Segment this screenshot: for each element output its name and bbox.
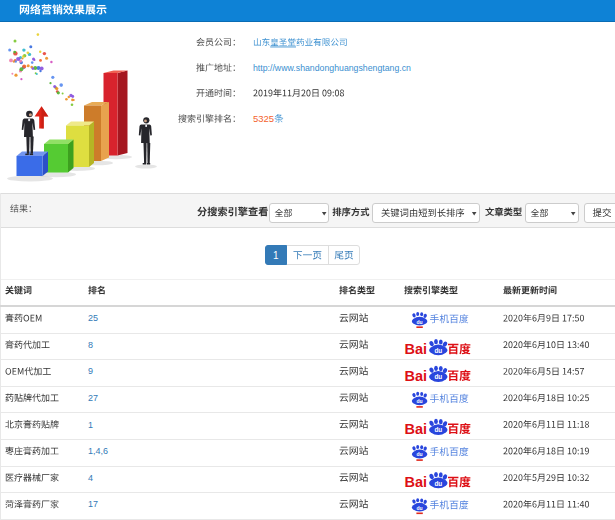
svg-text:9: 9 [88,366,93,376]
svg-text:17: 17 [88,499,98,509]
svg-text:Bai: Bai [405,474,428,490]
svg-text:1: 1 [273,250,279,261]
svg-text:25: 25 [88,313,98,323]
svg-text:du: du [434,426,442,433]
svg-text:1,4,6: 1,4,6 [88,446,108,456]
svg-text:Bai: Bai [405,368,428,384]
svg-text:27: 27 [88,393,98,403]
svg-text:du: du [417,398,423,404]
svg-text:Bai: Bai [405,341,428,357]
svg-text:du: du [434,480,442,487]
svg-text:Bai: Bai [405,421,428,437]
svg-text:du: du [417,319,423,325]
svg-text:du: du [417,505,423,511]
svg-text:4: 4 [88,473,93,483]
svg-text:du: du [434,373,442,380]
svg-text:http://www.shandonghuangshengt: http://www.shandonghuangshengtang.cn [253,63,411,73]
svg-text:5325: 5325 [253,113,274,124]
svg-text:1: 1 [88,420,93,430]
svg-text:du: du [434,347,442,354]
svg-text:du: du [417,451,423,457]
svg-text:8: 8 [88,340,93,350]
